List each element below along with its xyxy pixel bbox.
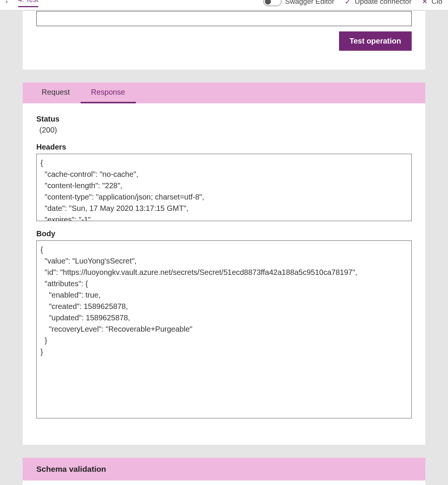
- close-icon[interactable]: ✕: [422, 0, 428, 6]
- body-content[interactable]: { "value": "LuoYong'sSecret", "id": "htt…: [36, 240, 412, 418]
- schema-card: Schema validation Validation succeeded: [23, 458, 425, 485]
- test-operation-button[interactable]: Test operation: [339, 31, 412, 51]
- tab-header: Request Response: [23, 83, 425, 103]
- tab-request[interactable]: Request: [31, 88, 81, 103]
- headers-content[interactable]: { "cache-control": "no-cache", "content-…: [36, 154, 412, 221]
- schema-message: Validation succeeded: [23, 480, 425, 485]
- update-connector-label[interactable]: Update connector: [355, 0, 411, 6]
- status-label: Status: [36, 115, 412, 123]
- test-input[interactable]: [36, 11, 412, 26]
- response-card: Request Response Status (200) Headers { …: [23, 83, 425, 445]
- headers-label: Headers: [36, 143, 412, 151]
- top-toolbar: › 4. Test Swagger Editor ✓ Update connec…: [0, 0, 448, 10]
- status-value: (200): [36, 126, 412, 134]
- top-tab-test[interactable]: 4. Test: [18, 0, 38, 7]
- close-label[interactable]: Clo: [431, 0, 442, 6]
- schema-title: Schema validation: [23, 458, 425, 480]
- tab-response[interactable]: Response: [81, 88, 136, 103]
- test-card: Test operation: [23, 11, 425, 70]
- swagger-toggle[interactable]: [263, 0, 282, 6]
- body-label: Body: [36, 229, 412, 238]
- chevron-right-icon: ›: [6, 0, 8, 5]
- swagger-label: Swagger Editor: [285, 0, 334, 6]
- check-icon: ✓: [345, 0, 351, 6]
